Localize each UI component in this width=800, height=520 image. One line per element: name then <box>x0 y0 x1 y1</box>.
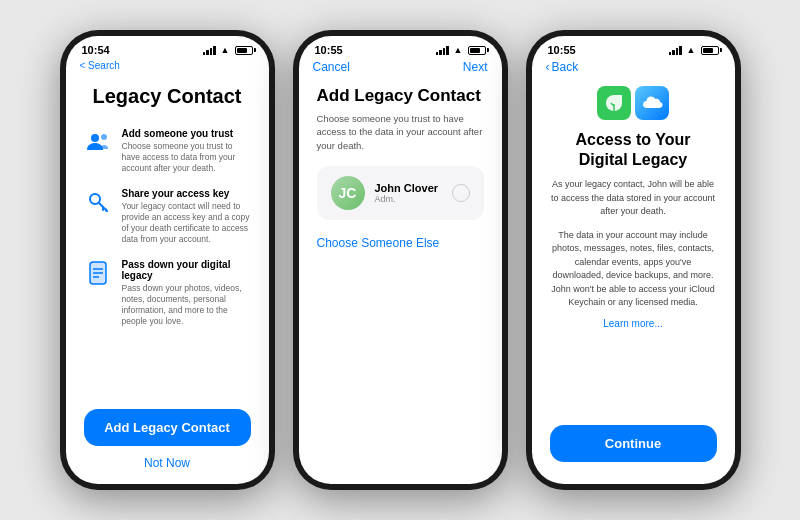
feature-trust-text: Add someone you trust Choose someone you… <box>122 128 251 174</box>
wifi-icon-2: ▲ <box>454 45 463 55</box>
phone-3-nav: ‹ Back <box>532 58 735 78</box>
leaf-icon <box>597 86 631 120</box>
battery-icon-2 <box>468 46 486 55</box>
status-icons-1: ▲ <box>203 45 253 55</box>
status-bar-3: 10:55 ▲ <box>532 36 735 58</box>
feature-legacy-desc: Pass down your photos, videos, notes, do… <box>122 283 251 327</box>
phone-1-screen: 10:54 ▲ < Search Legac <box>66 36 269 484</box>
status-bar-1: 10:54 ▲ <box>66 36 269 58</box>
feature-key-text: Share your access key Your legacy contac… <box>122 188 251 245</box>
phone-1-title: Legacy Contact <box>84 85 251 108</box>
avatar-initial: JC <box>339 185 357 201</box>
feature-item-key: Share your access key Your legacy contac… <box>84 188 251 245</box>
signal-icon-3 <box>669 46 682 55</box>
phone-1-content: < Search Legacy Contact <box>66 58 269 484</box>
phone-1-body: Legacy Contact Add someone you trust <box>66 75 269 484</box>
key-icon <box>84 188 112 216</box>
feature-legacy-text: Pass down your digital legacy Pass down … <box>122 259 251 327</box>
choose-someone-link[interactable]: Choose Someone Else <box>317 230 484 256</box>
contact-card[interactable]: JC John Clover Adm. <box>317 166 484 220</box>
back-link[interactable]: Back <box>552 60 579 74</box>
wifi-icon-1: ▲ <box>221 45 230 55</box>
contact-name: John Clover <box>375 182 439 194</box>
svg-point-0 <box>91 134 99 142</box>
phone-2-body: Add Legacy Contact Choose someone you tr… <box>299 80 502 484</box>
contact-avatar: JC <box>331 176 365 210</box>
phone-1: 10:54 ▲ < Search Legac <box>60 30 275 490</box>
cloud-icon <box>635 86 669 120</box>
signal-icon-2 <box>436 46 449 55</box>
phone-3-screen: 10:55 ▲ ‹ Back <box>532 36 735 484</box>
phone-2-title: Add Legacy Contact <box>317 86 484 106</box>
learn-more-link[interactable]: Learn more... <box>603 318 662 329</box>
feature-trust-heading: Add someone you trust <box>122 128 251 139</box>
not-now-button[interactable]: Not Now <box>84 452 251 474</box>
feature-item-trust: Add someone you trust Choose someone you… <box>84 128 251 174</box>
feature-key-desc: Your legacy contact will need to provide… <box>122 201 251 245</box>
wifi-icon-3: ▲ <box>687 45 696 55</box>
status-icons-2: ▲ <box>436 45 486 55</box>
continue-button[interactable]: Continue <box>550 425 717 462</box>
phone-3-desc1: As your legacy contact, John will be abl… <box>550 178 717 219</box>
phone-3-body: Access to Your Digital Legacy As your le… <box>532 78 735 484</box>
signal-icon-1 <box>203 46 216 55</box>
status-time-1: 10:54 <box>82 44 110 56</box>
phone-2-screen: 10:55 ▲ Cancel Next <box>299 36 502 484</box>
status-time-2: 10:55 <box>315 44 343 56</box>
next-link[interactable]: Next <box>463 60 488 74</box>
phone-2-content: Cancel Next Add Legacy Contact Choose so… <box>299 58 502 484</box>
contact-role: Adm. <box>375 194 439 204</box>
svg-point-1 <box>101 134 107 140</box>
feature-trust-desc: Choose someone you trust to have access … <box>122 141 251 174</box>
phone-3-content: ‹ Back <box>532 58 735 484</box>
status-icons-3: ▲ <box>669 45 719 55</box>
legacy-icons <box>597 86 669 120</box>
battery-icon-1 <box>235 46 253 55</box>
phone-3-desc2: The data in your account may include pho… <box>550 229 717 310</box>
battery-icon-3 <box>701 46 719 55</box>
phone-3: 10:55 ▲ ‹ Back <box>526 30 741 490</box>
feature-legacy-heading: Pass down your digital legacy <box>122 259 251 281</box>
people-icon <box>84 128 112 156</box>
cancel-link[interactable]: Cancel <box>313 60 350 74</box>
phone-3-title: Access to Your Digital Legacy <box>550 130 717 170</box>
feature-key-heading: Share your access key <box>122 188 251 199</box>
phone-2-nav: Cancel Next <box>299 58 502 80</box>
doc-icon <box>84 259 112 287</box>
phone-2: 10:55 ▲ Cancel Next <box>293 30 508 490</box>
phone-2-subtitle: Choose someone you trust to have access … <box>317 112 484 152</box>
back-chevron-icon: ‹ <box>546 60 550 74</box>
phone-1-nav[interactable]: < Search <box>66 58 269 75</box>
contact-radio[interactable] <box>452 184 470 202</box>
status-time-3: 10:55 <box>548 44 576 56</box>
contact-info: John Clover Adm. <box>375 182 439 204</box>
add-legacy-contact-button[interactable]: Add Legacy Contact <box>84 409 251 446</box>
status-bar-2: 10:55 ▲ <box>299 36 502 58</box>
feature-item-legacy: Pass down your digital legacy Pass down … <box>84 259 251 327</box>
